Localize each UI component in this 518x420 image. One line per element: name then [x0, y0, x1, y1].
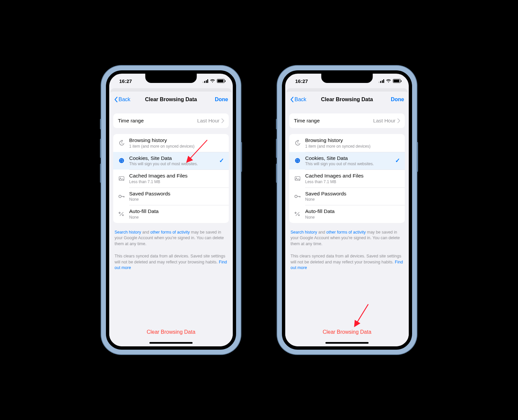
nav-bar: Back Clear Browsing Data Done [285, 92, 409, 107]
svg-point-9 [295, 158, 300, 163]
data-types-group: Browsing history 1 item (and more on syn… [113, 134, 229, 223]
svg-point-4 [121, 161, 121, 162]
clear-browsing-data-button[interactable]: Clear Browsing Data [109, 329, 233, 335]
svg-point-11 [298, 159, 299, 160]
passwords-sub: None [129, 197, 224, 202]
home-indicator[interactable] [325, 342, 369, 344]
back-label: Back [295, 97, 306, 103]
notch [145, 74, 197, 83]
mute-switch [100, 119, 101, 129]
time-range-row[interactable]: Time range Last Hour [113, 113, 229, 128]
time-range-label: Time range [294, 118, 373, 124]
cached-row[interactable]: Cached Images and Files Less than 7.1 MB [113, 170, 229, 187]
autofill-title: Auto-fill Data [129, 208, 224, 215]
volume-down-button [276, 164, 277, 183]
clear-browsing-data-button[interactable]: Clear Browsing Data [285, 329, 409, 335]
cookie-icon [294, 157, 301, 164]
time-range-group: Time range Last Hour [113, 113, 229, 128]
screen: 16:27 Back Clear Browsing Data Done [106, 70, 236, 350]
done-button[interactable]: Done [215, 97, 228, 103]
passwords-row[interactable]: Saved Passwords None [289, 187, 405, 205]
screen: 16:27 Back Clear Browsing Data Done [282, 70, 412, 350]
power-button [417, 142, 418, 172]
chevron-left-icon [114, 97, 118, 103]
browsing-history-sub: 1 item (and more on synced devices) [129, 144, 224, 149]
phone-mockup-left: 16:27 Back Clear Browsing Data Done [101, 66, 241, 354]
checkmark-icon: ✓ [395, 157, 400, 164]
svg-point-0 [119, 158, 124, 163]
autofill-sub: None [305, 215, 400, 220]
notch [321, 74, 373, 83]
time-range-label: Time range [118, 118, 197, 124]
svg-point-2 [122, 159, 123, 160]
svg-point-16 [295, 195, 297, 197]
image-icon [118, 175, 125, 182]
time-range-value: Last Hour [197, 118, 219, 124]
key-icon [294, 193, 301, 200]
home-indicator[interactable] [149, 342, 193, 344]
autofill-title: Auto-fill Data [305, 208, 400, 215]
browsing-history-sub: 1 item (and more on synced devices) [305, 144, 400, 149]
time-range-group: Time range Last Hour [289, 113, 405, 128]
cached-sub: Less than 7.1 MB [129, 179, 224, 184]
browsing-history-title: Browsing history [129, 137, 224, 144]
back-label: Back [119, 97, 130, 103]
passwords-title: Saved Passwords [129, 191, 224, 197]
chevron-right-icon [221, 118, 224, 123]
back-button[interactable]: Back [114, 97, 130, 103]
svg-point-3 [122, 161, 123, 162]
battery-icon [393, 79, 401, 83]
mute-switch [276, 119, 277, 129]
cookies-sub: This will sign you out of most websites. [305, 162, 395, 166]
history-icon [294, 139, 301, 147]
cached-row[interactable]: Cached Images and Files Less than 7.1 MB [289, 170, 405, 187]
svg-point-7 [119, 195, 121, 197]
volume-down-button [100, 164, 101, 183]
other-activity-link[interactable]: other forms of activity [326, 230, 366, 235]
search-history-link[interactable]: Search history [291, 230, 317, 235]
modal-sheet: Back Clear Browsing Data Done Time range… [285, 92, 409, 346]
browsing-history-title: Browsing history [305, 137, 400, 144]
autofill-sub: None [129, 215, 224, 220]
autofill-row[interactable]: Auto-fill Data None [289, 205, 405, 223]
time-range-value: Last Hour [373, 118, 395, 124]
passwords-sub: None [305, 197, 400, 202]
cookies-row[interactable]: Cookies, Site Data This will sign you ou… [289, 152, 405, 170]
cookies-sub: This will sign you out of most websites. [129, 162, 219, 166]
wifi-icon [386, 79, 391, 83]
back-button[interactable]: Back [290, 97, 306, 103]
autofill-row[interactable]: Auto-fill Data None [113, 205, 229, 223]
other-activity-link[interactable]: other forms of activity [150, 230, 190, 235]
status-time: 16:27 [119, 78, 132, 84]
volume-up-button [100, 139, 101, 158]
wand-icon [294, 210, 301, 218]
checkmark-icon: ✓ [219, 157, 224, 164]
phone-mockup-right: 16:27 Back Clear Browsing Data Done [277, 66, 417, 354]
cellular-signal-icon [203, 79, 208, 83]
data-types-group: Browsing history 1 item (and more on syn… [289, 134, 405, 223]
cookies-title: Cookies, Site Data [129, 155, 219, 162]
key-icon [118, 193, 125, 200]
history-icon [118, 139, 125, 147]
time-range-row[interactable]: Time range Last Hour [289, 113, 405, 128]
passwords-row[interactable]: Saved Passwords None [113, 187, 229, 205]
cached-title: Cached Images and Files [305, 173, 400, 179]
cookies-row[interactable]: Cookies, Site Data This will sign you ou… [113, 152, 229, 170]
cookie-icon [118, 157, 125, 164]
search-history-link[interactable]: Search history [115, 230, 141, 235]
cached-title: Cached Images and Files [129, 173, 224, 179]
footer-sync-text: This clears synced data from all devices… [289, 253, 405, 271]
browsing-history-row[interactable]: Browsing history 1 item (and more on syn… [113, 134, 229, 152]
chevron-right-icon [397, 118, 400, 123]
svg-point-1 [120, 160, 121, 160]
svg-point-12 [298, 161, 299, 162]
chevron-left-icon [290, 97, 294, 103]
browsing-history-row[interactable]: Browsing history 1 item (and more on syn… [289, 134, 405, 152]
done-button[interactable]: Done [391, 97, 404, 103]
footer-activity-text: Search history and other forms of activi… [113, 230, 229, 247]
battery-icon [217, 79, 225, 83]
footer-sync-text: This clears synced data from all devices… [113, 253, 229, 271]
wand-icon [118, 210, 125, 218]
volume-up-button [276, 139, 277, 158]
status-time: 16:27 [295, 78, 308, 84]
